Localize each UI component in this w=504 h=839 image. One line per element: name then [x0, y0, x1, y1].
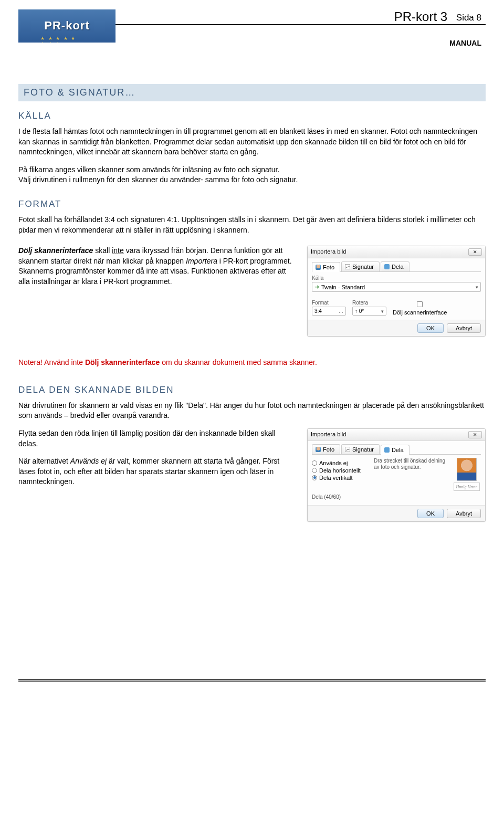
checkbox-icon	[417, 301, 423, 307]
header-title-line: PR-kort 3 Sida 8	[116, 9, 486, 25]
dialog-title: Importera bild	[311, 431, 346, 438]
split-icon	[384, 447, 390, 453]
tab-foto[interactable]: Foto	[312, 444, 340, 454]
footer-rule	[18, 679, 486, 681]
term: Dölj skannerinterface	[18, 246, 93, 255]
checkbox-dolj-skannerinterface[interactable]: Dölj scannerinterface	[393, 301, 447, 316]
cancel-button[interactable]: Avbryt	[447, 509, 481, 518]
label-dela-value: Dela (40/60)	[312, 494, 481, 500]
split-icon	[384, 264, 390, 269]
section-heading: FOTO & SIGNATUR…	[18, 84, 486, 101]
heading-format: FORMAT	[18, 199, 486, 209]
photo-preview-icon	[457, 458, 477, 481]
ok-button[interactable]: OK	[417, 323, 444, 333]
tab-dela[interactable]: Dela	[381, 261, 410, 271]
cancel-button[interactable]: Avbryt	[447, 323, 481, 333]
close-button[interactable]: ✕	[468, 431, 482, 438]
paragraph: När alternativet Används ej är valt, kom…	[18, 456, 297, 487]
select-format[interactable]: 3:4…	[312, 307, 346, 316]
heading-dela: DELA DEN SKANNADE BILDEN	[18, 385, 486, 395]
user-icon	[316, 447, 321, 452]
ok-button[interactable]: OK	[417, 509, 444, 518]
heading-kalla: KÄLLA	[18, 111, 486, 121]
radio-anvands-ej[interactable]: Används ej	[312, 460, 370, 466]
radio-dela-vertikalt[interactable]: Dela vertikalt	[312, 475, 370, 481]
paragraph: Fotot skall ha förhållandet 3:4 och sign…	[18, 215, 486, 235]
signature-icon	[345, 264, 350, 269]
tab-signatur[interactable]: Signatur	[341, 261, 380, 271]
tab-foto[interactable]: Foto	[312, 262, 340, 272]
page-header: PR-kort PR-kort 3 Sida 8 MANUAL	[18, 0, 486, 47]
tab-signatur[interactable]: Signatur	[341, 444, 380, 454]
chevron-down-icon: ▾	[476, 285, 478, 290]
paragraph: I de flesta fall hämtas fotot och namnte…	[18, 127, 486, 158]
logo: PR-kort	[18, 9, 116, 43]
select-rotera[interactable]: ↑ 0°▾	[352, 307, 386, 316]
radio-dela-horisontellt[interactable]: Dela horisontellt	[312, 467, 370, 474]
tab-dela[interactable]: Dela	[381, 445, 410, 455]
chevron-down-icon: ▾	[381, 309, 384, 314]
product-name: PR-kort 3	[394, 9, 447, 24]
paragraph: Dölj skannerinterface skall inte vara ik…	[18, 246, 297, 287]
dialog-title: Importera bild	[311, 248, 346, 256]
user-icon	[316, 265, 321, 270]
label-format: Format	[312, 300, 346, 306]
manual-label: MANUAL	[449, 39, 486, 47]
paragraph: När drivrutinen för skannern är vald vis…	[18, 401, 486, 421]
preview-split: Hnnlg Hrtnn	[453, 458, 481, 491]
dela-description: Dra strecket till önskad delning av foto…	[374, 458, 448, 470]
signature-preview-icon: Hnnlg Hrtnn	[454, 483, 480, 491]
note-warning: Notera! Använd inte Dölj skannerinterfac…	[18, 358, 486, 368]
paragraph: Flytta sedan den röda linjen till lämpli…	[18, 428, 297, 449]
select-kalla[interactable]: ➜Twain - Standard ▾	[312, 282, 481, 292]
paragraph: På flikarna anges vilken skanner som anv…	[18, 165, 486, 185]
ellipsis-icon: …	[339, 309, 343, 314]
label-kalla: Källa	[312, 275, 481, 281]
dialog-importera-bild-foto: Importera bild ✕ Foto Signatur Dela Käll…	[307, 246, 486, 337]
dialog-importera-bild-dela: Importera bild ✕ Foto Signatur Dela Anvä…	[307, 428, 486, 522]
close-button[interactable]: ✕	[468, 248, 482, 256]
page-number: Sida 8	[456, 13, 481, 23]
signature-icon	[345, 447, 350, 452]
label-rotera: Rotera	[352, 300, 386, 306]
logo-text: PR-kort	[44, 19, 89, 33]
